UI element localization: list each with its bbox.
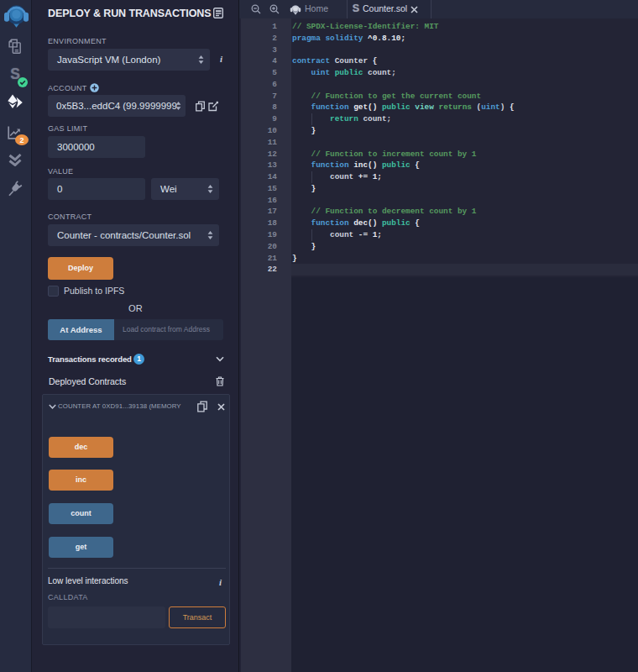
svg-text:2: 2 (19, 136, 24, 144)
